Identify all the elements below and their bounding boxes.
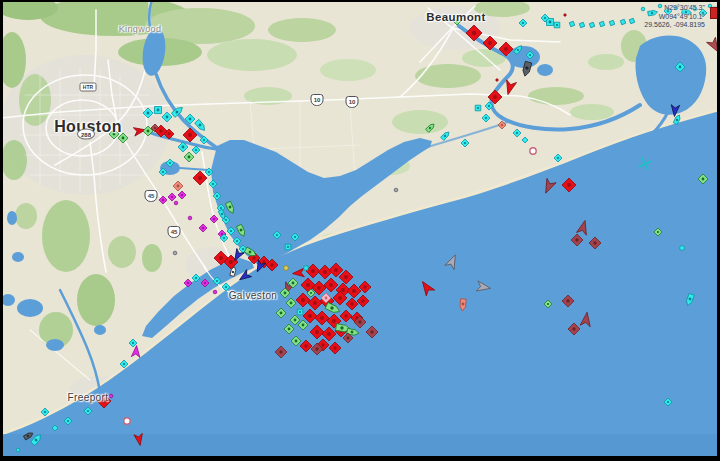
coordinate-readout-line: W094°49'10.1"	[644, 13, 705, 22]
vessel-marker-ring[interactable]	[530, 148, 536, 154]
road-shield-45: 45	[168, 226, 181, 238]
vessel-marker-square[interactable]	[297, 309, 303, 315]
vessel-marker-dot[interactable]	[16, 448, 20, 452]
vessel-marker-dot[interactable]	[284, 266, 289, 271]
coordinate-readout-line: 29.5626, -094.8195	[644, 21, 705, 30]
vessel-marker-dot[interactable]	[213, 290, 217, 294]
vessel-marker-dot[interactable]	[564, 14, 566, 16]
vessel-marker-dot[interactable]	[173, 251, 177, 255]
vessel-marker-square[interactable]	[609, 20, 614, 25]
vessel-marker-square[interactable]	[569, 21, 574, 26]
vessel-marker-dot[interactable]	[174, 201, 178, 205]
vessel-marker-square[interactable]	[554, 22, 560, 28]
vessel-marker-square[interactable]	[155, 107, 162, 114]
road-shield-288: 288	[77, 129, 95, 140]
map-svg	[3, 2, 717, 456]
road-shield-10: 10	[311, 94, 324, 106]
vessel-marker-dot[interactable]	[394, 188, 398, 192]
vessel-marker-square[interactable]	[579, 22, 584, 27]
coordinate-readout: N29°30'45.3"W094°49'10.1"29.5626, -094.8…	[644, 4, 705, 30]
vessel-marker-dot[interactable]	[188, 216, 192, 220]
vessel-marker-square[interactable]	[629, 18, 634, 23]
vessel-marker-dot[interactable]	[109, 394, 113, 398]
vessel-marker-ring[interactable]	[124, 418, 130, 424]
vessel-marker-square[interactable]	[589, 22, 594, 27]
corner-red-marker	[710, 7, 717, 19]
road-shield-45: 45	[145, 190, 158, 202]
road-shield-HTR: HTR	[80, 83, 97, 92]
vessel-marker-square[interactable]	[599, 21, 604, 26]
vessel-marker-square[interactable]	[285, 244, 291, 250]
map-canvas[interactable]: HoustonKingwoodBeaumontGalvestonFreeport…	[3, 2, 717, 456]
vessel-marker-square[interactable]	[475, 105, 481, 111]
vessel-marker-square[interactable]	[304, 266, 308, 270]
vessel-marker-dot[interactable]	[496, 79, 498, 81]
deep-water-band	[3, 434, 717, 456]
vessel-marker-square[interactable]	[620, 19, 625, 24]
map-window: HoustonKingwoodBeaumontGalvestonFreeport…	[0, 0, 720, 461]
road-shield-10: 10	[346, 96, 359, 108]
coordinate-readout-line: N29°30'45.3"	[644, 4, 705, 13]
vessel-marker-dot[interactable]	[680, 246, 685, 251]
